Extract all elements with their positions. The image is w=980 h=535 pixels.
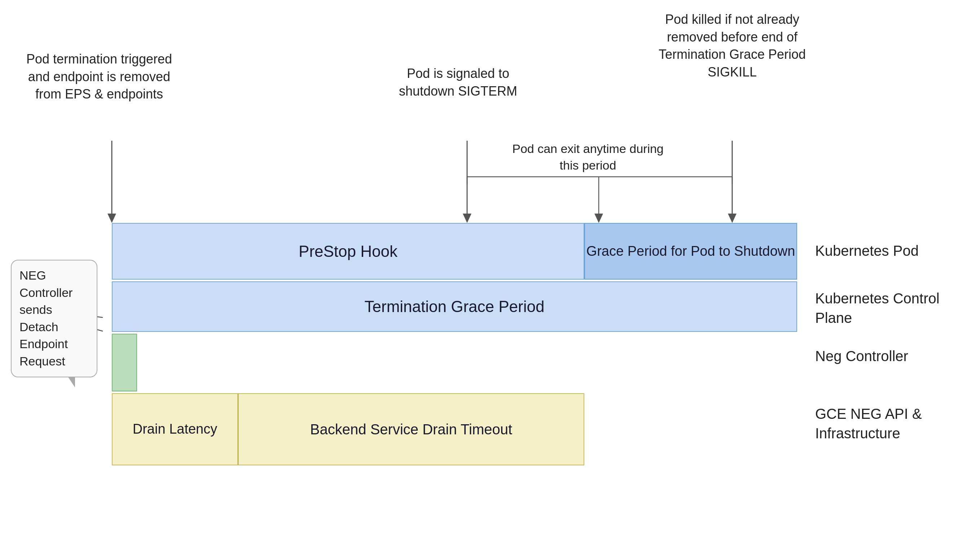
label-pod-can-exit: Pod can exit anytime during this period	[512, 141, 664, 174]
prestop-hook-bar: PreStop Hook	[112, 223, 584, 280]
termination-grace-label: Termination Grace Period	[113, 282, 796, 331]
backend-drain-label: Backend Service Drain Timeout	[239, 394, 584, 465]
neg-bubble: NEG Controller sends Detach Endpoint Req…	[11, 260, 97, 377]
row-label-neg-controller: Neg Controller	[815, 346, 908, 366]
label-pod-killed: Pod killed if not already removed before…	[653, 11, 811, 81]
svg-marker-1	[108, 213, 116, 223]
grace-period-label: Grace Period for Pod to Shutdown	[585, 224, 796, 279]
termination-grace-bar: Termination Grace Period	[112, 282, 797, 332]
neg-controller-bar	[112, 334, 137, 392]
row-label-kubernetes-pod: Kubernetes Pod	[815, 241, 919, 261]
drain-latency-label: Drain Latency	[113, 394, 237, 465]
row-label-gce-neg: GCE NEG API & Infrastructure	[815, 404, 980, 443]
label-pod-signaled: Pod is signaled to shutdown SIGTERM	[390, 65, 527, 100]
drain-latency-bar: Drain Latency	[112, 393, 238, 465]
grace-period-bar: Grace Period for Pod to Shutdown	[584, 223, 797, 280]
svg-marker-10	[594, 213, 603, 223]
label-pod-termination: Pod termination triggered and endpoint i…	[22, 51, 177, 103]
diagram-container: Pod termination triggered and endpoint i…	[0, 0, 980, 535]
backend-drain-bar: Backend Service Drain Timeout	[238, 393, 584, 465]
neg-bubble-text: NEG Controller sends Detach Endpoint Req…	[19, 268, 73, 368]
prestop-hook-label: PreStop Hook	[113, 224, 584, 279]
svg-marker-3	[463, 213, 471, 223]
svg-marker-5	[728, 213, 737, 223]
row-label-kubernetes-cp: Kubernetes Control Plane	[815, 288, 980, 328]
